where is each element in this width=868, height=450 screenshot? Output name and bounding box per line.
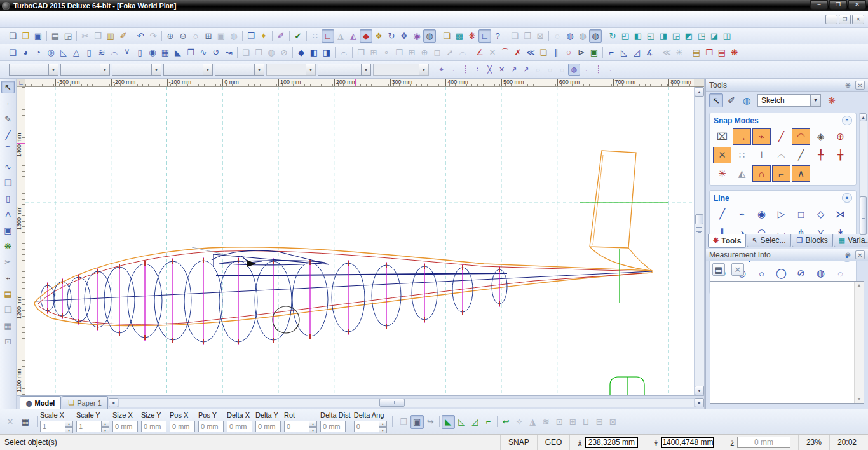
wedge-tool-icon[interactable]: ◺ xyxy=(57,46,70,59)
stack-select-icon[interactable]: ≋ xyxy=(539,415,553,429)
collapse-icon[interactable]: « xyxy=(842,116,852,125)
inspector-field-value[interactable]: 0 mm xyxy=(227,421,252,432)
collapse-icon[interactable]: « xyxy=(842,193,852,203)
property-combo-3[interactable] xyxy=(112,64,161,76)
zoom-in-icon[interactable]: ⊕ xyxy=(164,29,177,43)
degrade-selection-icon[interactable]: ◮ xyxy=(334,29,347,43)
sheet-tool-icon[interactable]: ❐ xyxy=(184,46,197,59)
measurement-text-area[interactable]: ▲▼ xyxy=(710,281,864,404)
to-clipboard-icon[interactable]: ▤ xyxy=(690,46,703,59)
z-coordinate-readout[interactable]: Z 0 mm xyxy=(722,435,798,450)
view-iso-ne-icon[interactable]: ◫ xyxy=(721,29,733,43)
pan-camera-icon[interactable]: ✥ xyxy=(398,29,410,43)
section-header[interactable]: Snap Modes « xyxy=(712,114,854,126)
snap-center-icon[interactable]: ⊕ xyxy=(831,128,850,145)
materials-icon[interactable]: ◆ xyxy=(360,29,372,43)
fence-select-icon[interactable]: ⌐ xyxy=(482,415,495,429)
snap-burst-icon[interactable]: ✳ xyxy=(713,165,731,182)
extrude-icon[interactable]: ❑ xyxy=(240,46,252,59)
prism-tool-icon[interactable]: △ xyxy=(70,46,83,59)
revolve-tool-icon[interactable]: ⊻ xyxy=(121,46,133,59)
magnetic-point-icon[interactable]: ∩ xyxy=(752,165,771,182)
box-draw-icon[interactable]: ❑ xyxy=(1,176,15,189)
line-cross-icon[interactable]: ✗ xyxy=(512,46,524,59)
spline-draw-icon[interactable]: ∿ xyxy=(1,160,15,173)
chamfer-icon[interactable]: ◿ xyxy=(630,46,643,59)
sphere-tool-icon[interactable]: ◕ xyxy=(19,46,32,59)
no-gravity-icon[interactable]: ❐ xyxy=(397,415,410,429)
draft-render-icon[interactable]: ◍ xyxy=(576,29,589,43)
panel-select-icon[interactable]: ↖ xyxy=(709,93,723,107)
snap-tangent-icon[interactable]: ⌓ xyxy=(772,147,790,163)
select-edit-icon[interactable]: ▣ xyxy=(410,415,424,429)
subtract-icon[interactable]: ◧ xyxy=(308,46,320,59)
combo-arrow-icon[interactable] xyxy=(419,64,428,75)
quality-render-icon[interactable]: ◍ xyxy=(589,29,602,43)
format-painter-icon[interactable]: ✐ xyxy=(117,29,130,43)
revert-select-icon[interactable]: ↩ xyxy=(499,415,513,429)
combo-arrow-icon[interactable] xyxy=(100,64,109,75)
snap-perpendicular-icon[interactable]: ⊥ xyxy=(752,147,771,163)
trim-icon[interactable]: ∠ xyxy=(473,46,486,59)
clear-values-icon[interactable]: ✕ xyxy=(4,415,17,428)
stack-tool-icon[interactable]: ▤ xyxy=(1,287,15,300)
menu-item[interactable] xyxy=(39,17,51,22)
undo-icon[interactable]: ↶ xyxy=(134,29,147,43)
vector-copy-icon[interactable]: ◻ xyxy=(431,46,444,59)
angle-edit-icon[interactable]: ∡ xyxy=(643,46,656,59)
coordinate-value[interactable]: 0 mm xyxy=(737,437,790,448)
copy-drawing-icon[interactable]: ❒ xyxy=(245,29,257,43)
copy-array-icon[interactable]: ❒ xyxy=(355,46,367,59)
context-help-icon[interactable]: ? xyxy=(491,29,504,43)
snap-corner-icon[interactable]: ⌐ xyxy=(772,165,790,182)
vertical-scroll-thumb[interactable] xyxy=(695,214,703,224)
bend-icon[interactable]: ↪ xyxy=(424,415,437,429)
window-select-icon[interactable]: ⊞ xyxy=(566,415,580,429)
snap-toggle[interactable]: SNAP xyxy=(500,435,537,450)
menu-item[interactable] xyxy=(85,17,97,22)
scroll-up-icon[interactable]: ▲ xyxy=(860,113,867,121)
inspector-field-value[interactable]: 0 mm xyxy=(112,421,138,432)
spell-check-icon[interactable]: ✔ xyxy=(292,29,304,43)
view-front-icon[interactable]: ◰ xyxy=(619,29,632,43)
loft-tool-icon[interactable]: ≋ xyxy=(95,46,108,59)
line-tool-icon[interactable]: ╱ xyxy=(713,206,731,222)
spline3d-tool-icon[interactable]: ∿ xyxy=(197,46,210,59)
snap-vertex-icon[interactable]: ⌁ xyxy=(752,128,771,145)
zoom-out-icon[interactable]: ⊖ xyxy=(177,29,189,43)
brush-icon[interactable]: ✐ xyxy=(275,29,287,43)
palette-scrollbar[interactable]: ▲ ▼ xyxy=(859,112,867,234)
flip-icon[interactable]: ◭ xyxy=(347,29,360,43)
rod-tool-icon[interactable]: ▯ xyxy=(133,46,146,59)
drawing-canvas[interactable] xyxy=(25,87,694,395)
snap-midpoint-icon[interactable]: ╱ xyxy=(772,128,790,145)
wp-select-icon[interactable]: ◺ xyxy=(455,415,468,429)
snap-nearest-icon[interactable]: → xyxy=(733,128,751,145)
palette-close-icon[interactable]: ✕ xyxy=(855,81,865,90)
grid-tool-icon[interactable]: ▦ xyxy=(1,319,15,332)
view-bottom-icon[interactable]: ◩ xyxy=(682,29,695,43)
align-icon[interactable]: ≪ xyxy=(660,46,673,59)
print-preview-icon[interactable]: ◲ xyxy=(62,29,74,43)
rotated-rectangle-tool-icon[interactable]: ◇ xyxy=(811,206,830,222)
scroll-up-icon[interactable]: ▲ xyxy=(695,87,704,97)
offset-icon[interactable]: ≪ xyxy=(524,46,537,59)
scroll-left-icon[interactable]: ◂ xyxy=(109,398,118,407)
disc-tool-icon[interactable]: ◉ xyxy=(146,46,159,59)
select-by-icon[interactable]: ⊠ xyxy=(534,29,546,43)
section-tool-icon[interactable]: ✂ xyxy=(1,256,15,268)
menu-item[interactable] xyxy=(28,17,39,22)
property-combo-4[interactable] xyxy=(163,64,213,76)
menu-item[interactable] xyxy=(17,17,28,22)
view-iso-sw-icon[interactable]: ◪ xyxy=(708,29,721,43)
pushpin-icon[interactable]: ◉ xyxy=(843,81,853,90)
snap-rubber-1-icon[interactable]: ╀ xyxy=(811,147,830,163)
snap-opt-5-icon[interactable]: ╳ xyxy=(484,64,496,76)
snap-rubber-2-icon[interactable]: ╁ xyxy=(831,147,850,163)
cylinder-tool-icon[interactable]: ▯ xyxy=(83,46,95,59)
fillet-icon[interactable]: ⌐ xyxy=(605,46,618,59)
point-tool-icon[interactable]: ∙ xyxy=(1,97,15,109)
coordinate-system-icon[interactable]: ∟ xyxy=(322,29,334,43)
snap-opt-14-icon[interactable]: ┊ xyxy=(592,64,604,76)
hidden-line-icon[interactable]: ◍ xyxy=(564,29,576,43)
